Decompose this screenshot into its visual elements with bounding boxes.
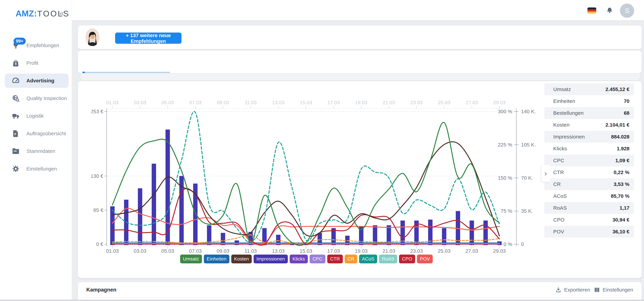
stats-label: Klicks xyxy=(553,146,567,152)
top-header xyxy=(0,0,644,20)
stats-row-einheiten[interactable]: Einheiten70 xyxy=(544,95,634,107)
sidebar: AMZ¦TOOLS « 99+ Empfehlungen$ProfitAdver… xyxy=(0,0,72,301)
sidebar-item-empfehlungen[interactable]: Empfehlungen xyxy=(0,37,72,54)
line-cr[interactable] xyxy=(112,235,500,243)
chart-legend: UmsatzEinheitenKostenImpressionenKlicksC… xyxy=(107,254,506,263)
legend-chip-cpc[interactable]: CPC xyxy=(310,254,326,263)
stats-row-impressionen[interactable]: Impressionen884.028 xyxy=(544,131,634,143)
stats-row-ctr[interactable]: CTR0,22 % xyxy=(544,166,634,178)
x-axis-label-bottom: 23.03 xyxy=(410,248,423,254)
stats-label: CR xyxy=(553,181,561,187)
legend-chip-kosten[interactable]: Kosten xyxy=(231,254,252,263)
line-kosten[interactable] xyxy=(112,142,500,236)
legend-chip-roas[interactable]: RoAS xyxy=(379,254,397,263)
percent-axis-tick-label: 75 % xyxy=(501,208,512,214)
bar-impressionen[interactable] xyxy=(483,220,488,245)
euro-axis-tick-label: 65 € xyxy=(94,207,104,213)
x-axis-label-top: 21.03 xyxy=(383,101,395,105)
legend-chip-pov[interactable]: POV xyxy=(417,254,433,263)
euro-axis-tick-label: 130 € xyxy=(92,173,103,179)
stats-value: 70 xyxy=(624,98,630,104)
sidebar-item-quality-inspection[interactable]: Quality Inspection xyxy=(0,90,72,107)
chevron-right-icon: › xyxy=(544,169,547,178)
stats-row-roas[interactable]: RoAS1,17 xyxy=(544,202,634,214)
sidebar-item-label: Profit xyxy=(26,60,38,66)
x-axis-label-bottom: 03.03 xyxy=(134,248,146,254)
stats-row-cr[interactable]: CR3,53 % xyxy=(544,178,634,190)
sidebar-item-einstellungen[interactable]: Einstellungen xyxy=(0,160,72,178)
percent-axis-tick-label: 300 % xyxy=(498,109,512,114)
sidebar-item-stammdaten[interactable]: Stammdaten xyxy=(0,142,72,160)
more-recommendations-button[interactable]: + 137 weitere neue Empfehlungen xyxy=(115,33,182,44)
bar-impressionen[interactable] xyxy=(470,220,474,245)
x-axis-label-bottom: 19.03 xyxy=(355,248,368,254)
sidebar-item-profit[interactable]: $Profit xyxy=(0,54,72,72)
campaigns-actions: Exportieren Einstellungen xyxy=(555,286,633,293)
stats-value: 884.028 xyxy=(611,134,630,140)
legend-chip-acos[interactable]: ACoS xyxy=(359,254,377,263)
stats-value: 1,09 € xyxy=(616,158,630,163)
language-flag-icon[interactable] xyxy=(588,8,596,14)
sidebar-item-label: Einstellungen xyxy=(26,166,57,172)
legend-chip-einheiten[interactable]: Einheiten xyxy=(204,254,230,263)
legend-chip-cpo[interactable]: CPO xyxy=(399,254,415,263)
percent-axis-tick-label: 150 % xyxy=(498,175,512,181)
stats-row-cpo[interactable]: CPO30,94 € xyxy=(544,214,634,226)
legend-chip-impressionen[interactable]: Impressionen xyxy=(254,254,288,263)
sidebar-item-advertising[interactable]: Advertising xyxy=(0,72,72,90)
stats-row-cpc[interactable]: CPC1,09 € xyxy=(544,155,634,166)
stats-row-bestellungen[interactable]: Bestellungen68 xyxy=(544,107,634,119)
bar-impressionen[interactable] xyxy=(152,164,156,245)
stats-row-kosten[interactable]: Kosten2.104,01 € xyxy=(544,119,634,131)
globe-search-icon xyxy=(12,94,20,103)
stats-row-pov[interactable]: POV36,10 € xyxy=(544,226,634,238)
notifications-bell-icon[interactable] xyxy=(606,7,614,15)
euro-axis-tick-label: 0 € xyxy=(96,241,103,247)
download-icon xyxy=(555,286,562,293)
legend-chip-ctr[interactable]: CTR xyxy=(327,254,343,263)
user-avatar[interactable]: S xyxy=(620,4,634,18)
stats-value: 85,70 % xyxy=(611,193,630,199)
legend-chip-umsatz[interactable]: Umsatz xyxy=(180,254,202,263)
columns-settings-button[interactable]: Einstellungen xyxy=(594,286,633,293)
x-axis-label-top: 25.03 xyxy=(438,101,450,105)
x-axis-label-top: 29.03 xyxy=(493,101,506,105)
x-axis-label-bottom: 27.03 xyxy=(466,248,478,254)
stats-label: Bestellungen xyxy=(553,110,584,116)
stats-row-acos[interactable]: ACoS85,70 % xyxy=(544,190,634,202)
divider xyxy=(84,297,638,298)
sidebar-item-logistik[interactable]: Logistik xyxy=(0,107,72,125)
bar-impressionen[interactable] xyxy=(138,188,142,245)
x-axis-label-top: 09.03 xyxy=(217,101,229,105)
x-axis-label-top: 03.03 xyxy=(134,101,146,105)
sidebar-item-label: Stammdaten xyxy=(26,148,55,154)
stats-value: 68 xyxy=(624,110,630,116)
x-axis-label-bottom: 05.03 xyxy=(161,248,174,254)
logo-amz: AMZ xyxy=(16,9,34,19)
legend-chip-cr[interactable]: CR xyxy=(345,254,357,263)
sidebar-item-auftrags-bersicht[interactable]: Auftragsübersicht xyxy=(0,125,72,142)
x-axis-label-bottom: 25.03 xyxy=(438,248,450,254)
x-axis-label-bottom: 01.03 xyxy=(106,248,119,254)
percent-axis-tick-label: 225 % xyxy=(498,142,512,147)
gauge-icon xyxy=(12,76,20,85)
sidebar-collapse-icon[interactable]: « xyxy=(60,9,64,18)
percent-axis-tick-label: 0 % xyxy=(504,241,512,247)
x-axis-label-bottom: 11.03 xyxy=(244,248,257,254)
avatar-initial: S xyxy=(625,7,629,15)
stats-row-klicks[interactable]: Klicks1.928 xyxy=(544,143,634,155)
stats-label: Einheiten xyxy=(553,98,575,104)
export-button[interactable]: Exportieren xyxy=(555,286,590,293)
x-axis-label-bottom: 15.03 xyxy=(300,248,312,254)
x-axis-label-top: 19.03 xyxy=(355,101,367,105)
x-axis-label-top: 07.03 xyxy=(189,101,202,105)
document-icon xyxy=(12,129,20,138)
stats-panel-toggle[interactable]: › xyxy=(542,165,550,182)
stats-label: CPC xyxy=(553,158,564,163)
x-axis-label-top: 13.03 xyxy=(272,101,284,105)
x-axis-label-top: 27.03 xyxy=(466,101,478,105)
legend-chip-klicks[interactable]: Klicks xyxy=(290,254,308,263)
window-bottom-edge xyxy=(0,300,644,301)
line-cpo[interactable] xyxy=(112,188,500,245)
stats-row-umsatz[interactable]: Umsatz2.455,12 € xyxy=(544,83,634,95)
